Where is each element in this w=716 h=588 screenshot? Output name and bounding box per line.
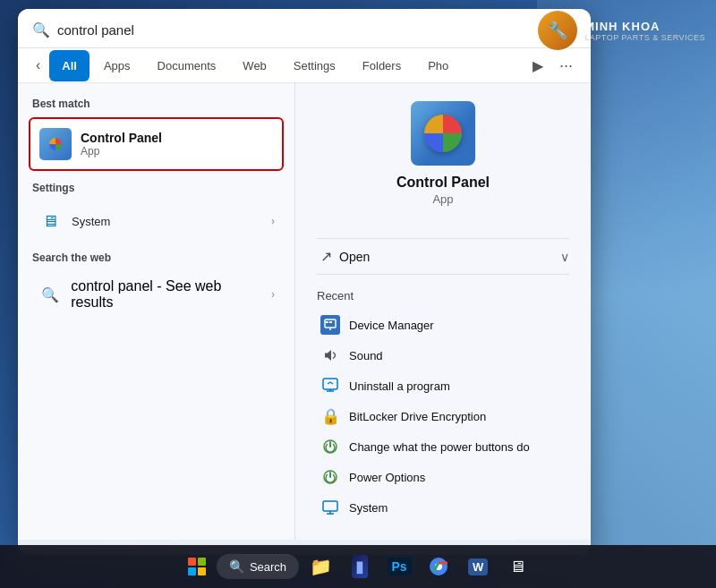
uninstall-icon <box>320 376 340 396</box>
tab-documents[interactable]: Documents <box>145 50 229 81</box>
best-match-label: Best match <box>29 98 284 110</box>
more-tabs-button[interactable]: ▶ <box>525 50 550 81</box>
taskbar-search-label: Search <box>250 560 286 574</box>
svg-rect-2 <box>329 321 332 323</box>
taskbar-photoshop[interactable]: Ps <box>381 549 417 584</box>
bitlocker-icon: 🔒 <box>320 406 340 426</box>
recent-item-sound[interactable]: Sound <box>317 340 569 371</box>
brand-text-block: MINH KHOA LAPTOP PARTS & SERVICES <box>584 20 705 42</box>
taskbar-chrome[interactable] <box>421 549 456 584</box>
search-icon: 🔍 <box>32 21 50 38</box>
recent-item-power-options-label: Power Options <box>349 471 425 484</box>
control-panel-list-icon <box>39 128 72 160</box>
settings-item-system[interactable]: 🖥 System › <box>29 201 284 241</box>
web-search-label: Search the web <box>29 251 284 264</box>
best-match-name: Control Panel <box>81 131 162 145</box>
svg-rect-0 <box>325 320 336 328</box>
recent-item-power-options[interactable]: Power Options <box>317 462 569 492</box>
recent-item-uninstall[interactable]: Uninstall a program <box>317 371 569 401</box>
brand-logo: 🔧 MINH KHOA LAPTOP PARTS & SERVICES <box>538 11 705 50</box>
web-search-item[interactable]: 🔍 control panel - See web results › <box>29 271 284 318</box>
best-match-item[interactable]: Control Panel App <box>29 117 284 171</box>
content-area: Best match Control Panel App Settings 🖥 … <box>18 83 591 540</box>
taskbar-search-icon: 🔍 <box>229 559 244 574</box>
left-panel: Best match Control Panel App Settings 🖥 … <box>18 83 295 540</box>
open-icon: ↗ <box>320 248 332 265</box>
device-manager-icon <box>320 315 340 335</box>
tab-all[interactable]: All <box>49 50 90 81</box>
settings-section-label: Settings <box>29 182 284 194</box>
windows-logo-icon <box>188 558 206 575</box>
remote-icon: 🖥 <box>509 558 525 576</box>
power-buttons-icon <box>320 437 340 456</box>
taskbar-search-button[interactable]: 🔍 Search <box>217 554 299 579</box>
chrome-icon <box>428 556 449 577</box>
recent-item-bitlocker[interactable]: 🔒 BitLocker Drive Encryption <box>317 401 569 431</box>
tab-folders[interactable]: Folders <box>350 50 413 81</box>
taskbar-file-explorer[interactable]: 📁 <box>303 549 338 584</box>
search-bar: 🔍 <box>18 9 591 48</box>
best-match-type: App <box>81 145 162 158</box>
recent-item-device-manager[interactable]: Device Manager <box>317 310 569 340</box>
app-preview-name: Control Panel <box>396 175 490 191</box>
app-preview-type: App <box>432 192 453 206</box>
recent-item-power-buttons[interactable]: Change what the power buttons do <box>317 431 569 462</box>
right-panel: Control Panel App ↗ Open ∨ Recent Device… <box>295 83 591 540</box>
recent-section: Recent Device Manager Sound <box>317 289 569 523</box>
taskmgr-icon: ▮ <box>352 555 368 578</box>
best-match-info: Control Panel App <box>81 131 162 158</box>
recent-item-power-buttons-label: Change what the power buttons do <box>349 440 530 454</box>
recent-item-sound-label: Sound <box>349 349 383 362</box>
filter-tabs-bar: ‹ All Apps Documents Web Settings Folder… <box>18 48 591 83</box>
app-preview: Control Panel App <box>317 101 569 220</box>
taskbar-taskmgr[interactable]: ▮ <box>342 549 378 584</box>
start-button[interactable] <box>181 550 213 583</box>
svg-rect-4 <box>323 379 337 389</box>
word-icon: W <box>468 558 488 575</box>
web-search-query: control panel <box>71 278 153 294</box>
taskbar-word[interactable]: W <box>460 549 496 584</box>
photoshop-icon: Ps <box>388 558 412 575</box>
web-search-icon: 🔍 <box>38 282 62 307</box>
file-explorer-icon: 📁 <box>310 556 332 577</box>
svg-rect-7 <box>323 501 337 511</box>
options-button[interactable]: ··· <box>552 49 580 82</box>
recent-item-uninstall-label: Uninstall a program <box>349 379 450 393</box>
tab-web[interactable]: Web <box>230 50 279 81</box>
control-panel-preview-icon <box>411 101 475 166</box>
taskbar: 🔍 Search 📁 ▮ Ps W 🖥 <box>0 545 716 588</box>
back-button[interactable]: ‹ <box>29 48 47 82</box>
open-label: Open <box>339 250 370 264</box>
expand-icon[interactable]: ∨ <box>560 250 569 264</box>
recent-item-device-manager-label: Device Manager <box>349 319 434 332</box>
system-settings-icon: 🖥 <box>38 209 63 234</box>
recent-label: Recent <box>317 289 569 303</box>
sound-icon <box>320 345 340 365</box>
open-action-row[interactable]: ↗ Open ∨ <box>317 238 569 275</box>
tab-apps[interactable]: Apps <box>91 50 143 81</box>
brand-circle-icon: 🔧 <box>538 11 577 50</box>
power-options-icon <box>320 467 340 487</box>
tab-settings[interactable]: Settings <box>281 50 348 81</box>
search-input[interactable] <box>57 22 576 38</box>
web-search-text: control panel - See web results <box>71 278 262 311</box>
search-window: 🔍 ‹ All Apps Documents Web Settings Fold… <box>18 9 591 555</box>
system-recent-icon <box>320 498 340 517</box>
settings-item-chevron: › <box>271 215 275 227</box>
brand-name: MINH KHOA <box>584 20 705 33</box>
svg-rect-1 <box>326 321 328 323</box>
recent-item-system-label: System <box>349 501 388 515</box>
recent-item-bitlocker-label: BitLocker Drive Encryption <box>349 410 486 423</box>
web-search-chevron: › <box>271 288 275 301</box>
brand-subtitle: LAPTOP PARTS & SERVICES <box>584 33 705 42</box>
recent-item-system[interactable]: System <box>317 492 569 523</box>
tab-photos[interactable]: Pho <box>415 50 461 81</box>
settings-item-system-label: System <box>72 215 262 228</box>
taskbar-remote[interactable]: 🖥 <box>499 549 535 584</box>
